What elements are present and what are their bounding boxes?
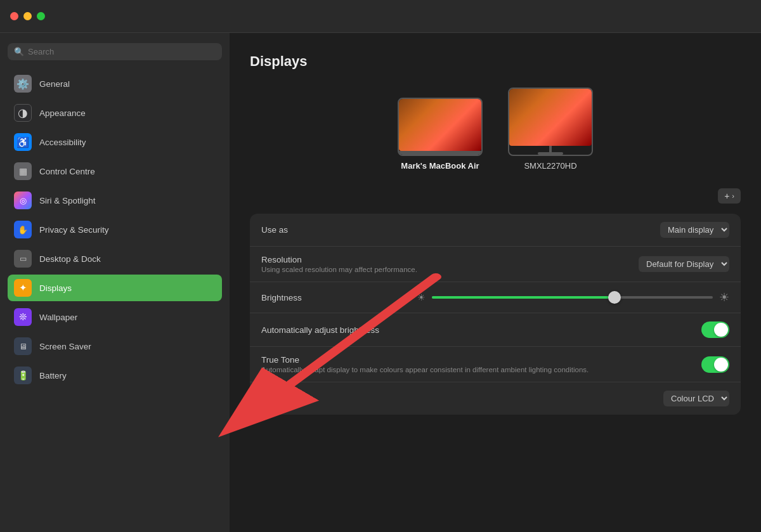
colour-profile-value[interactable]: Colour LCD: [663, 391, 729, 406]
title-bar: [0, 0, 761, 33]
displays-icon: ✦: [14, 279, 32, 297]
external-stand: [549, 146, 552, 152]
general-icon: ⚙️: [14, 75, 32, 93]
true-tone-knob: [714, 358, 728, 372]
settings-row-use-as: Use as Main display: [250, 214, 741, 247]
privacy-icon: ✋: [14, 221, 32, 238]
true-tone-label: True Tone: [261, 355, 701, 365]
sidebar-item-wallpaper[interactable]: ❊ Wallpaper: [8, 304, 222, 330]
true-tone-toggle[interactable]: [701, 356, 729, 373]
sidebar-item-battery[interactable]: 🔋 Battery: [8, 362, 222, 389]
macbook-label: Mark's MacBook Air: [401, 161, 479, 171]
colour-profile-dropdown[interactable]: Colour LCD: [663, 391, 729, 406]
display-macbook[interactable]: Mark's MacBook Air: [398, 98, 483, 171]
sidebar-label-appearance: Appearance: [39, 108, 86, 118]
desktop-dock-icon: ▭: [14, 250, 32, 268]
resolution-dropdown[interactable]: Default for Display: [639, 256, 729, 272]
appearance-icon: ◑: [14, 104, 32, 122]
brightness-label: Brightness: [261, 293, 417, 302]
sidebar-label-wallpaper: Wallpaper: [39, 313, 77, 322]
sidebar-item-accessibility[interactable]: ♿ Accessibility: [8, 129, 222, 155]
resolution-value[interactable]: Default for Display: [639, 256, 729, 272]
accessibility-icon: ♿: [14, 133, 32, 151]
resolution-label: Resolution: [261, 255, 639, 264]
minimize-button[interactable]: [23, 12, 32, 20]
brightness-low-icon: ☀: [417, 292, 426, 302]
sidebar-item-displays[interactable]: ✦ Displays: [8, 275, 222, 301]
settings-section-main: Use as Main display Resolution Using sca…: [250, 214, 741, 415]
settings-row-brightness: Brightness ☀ ☀: [250, 282, 741, 313]
search-bar[interactable]: 🔍: [8, 43, 222, 60]
wallpaper-icon: ❊: [14, 308, 32, 326]
settings-row-colour-profile: Colour Profile Colour LCD: [250, 382, 741, 415]
sidebar-label-siri-spotlight: Siri & Spotlight: [39, 196, 96, 205]
use-as-dropdown[interactable]: Main display: [660, 222, 729, 238]
sidebar-item-privacy-security[interactable]: ✋ Privacy & Security: [8, 216, 222, 243]
displays-thumbnails-row: Mark's MacBook Air SMXL2270HD: [250, 88, 741, 171]
sidebar-label-screen-saver: Screen Saver: [39, 342, 91, 351]
sidebar-item-siri-spotlight[interactable]: ◎ Siri & Spotlight: [8, 187, 222, 214]
sidebar-label-privacy-security: Privacy & Security: [39, 225, 109, 235]
chevron-icon: ›: [732, 192, 734, 200]
display-external[interactable]: SMXL2270HD: [508, 88, 593, 171]
external-thumb: [508, 88, 593, 156]
sidebar: 🔍 ⚙️ General ◑ Appearance ♿ Accessibilit…: [0, 33, 230, 532]
settings-row-true-tone: True Tone Automatically adapt display to…: [250, 347, 741, 382]
macbook-thumb: [398, 98, 483, 156]
add-display-button[interactable]: + ›: [718, 188, 741, 204]
sidebar-label-control-centre: Control Centre: [39, 167, 95, 176]
page-title: Displays: [250, 53, 741, 70]
sidebar-item-general[interactable]: ⚙️ General: [8, 70, 222, 97]
sidebar-label-displays: Displays: [39, 283, 72, 293]
plus-icon: +: [724, 191, 729, 201]
content-area: Displays Mark's MacBook Air SMXL2270HD: [230, 33, 761, 532]
brightness-high-icon: ☀: [719, 290, 729, 304]
brightness-control[interactable]: ☀ ☀: [417, 290, 729, 304]
control-centre-icon: ▦: [14, 162, 32, 180]
sidebar-item-screen-saver[interactable]: 🖥 Screen Saver: [8, 333, 222, 360]
auto-brightness-toggle[interactable]: [701, 321, 729, 338]
auto-brightness-knob: [714, 323, 728, 337]
search-icon: 🔍: [14, 47, 24, 56]
siri-icon: ◎: [14, 191, 32, 209]
sidebar-label-desktop-dock: Desktop & Dock: [39, 254, 101, 264]
sidebar-label-general: General: [39, 79, 70, 89]
macbook-stand: [399, 151, 481, 155]
screen-saver-icon: 🖥: [14, 337, 32, 355]
maximize-button[interactable]: [37, 12, 45, 20]
external-screen: [509, 89, 592, 146]
external-base: [538, 152, 563, 155]
brightness-slider-fill: [432, 296, 615, 299]
add-button-row: + ›: [250, 188, 741, 204]
settings-row-auto-brightness: Automatically adjust brightness: [250, 313, 741, 347]
use-as-value[interactable]: Main display: [660, 222, 729, 238]
close-button[interactable]: [10, 12, 18, 20]
true-tone-sublabel: Automatically adapt display to make colo…: [261, 366, 701, 373]
search-input[interactable]: [28, 47, 216, 56]
macbook-screen: [399, 99, 481, 151]
battery-icon: 🔋: [14, 367, 32, 384]
brightness-slider-thumb[interactable]: [608, 291, 621, 304]
colour-profile-label: Colour Profile: [261, 394, 663, 403]
resolution-sublabel: Using scaled resolution may affect perfo…: [261, 266, 639, 273]
brightness-slider-track[interactable]: [432, 296, 713, 299]
settings-row-resolution: Resolution Using scaled resolution may a…: [250, 247, 741, 282]
sidebar-item-control-centre[interactable]: ▦ Control Centre: [8, 158, 222, 185]
sidebar-item-desktop-dock[interactable]: ▭ Desktop & Dock: [8, 245, 222, 272]
external-label: SMXL2270HD: [524, 161, 576, 171]
use-as-label: Use as: [261, 225, 660, 235]
auto-brightness-label: Automatically adjust brightness: [261, 325, 701, 335]
sidebar-item-appearance[interactable]: ◑ Appearance: [8, 100, 222, 126]
sidebar-label-battery: Battery: [39, 371, 67, 380]
sidebar-label-accessibility: Accessibility: [39, 138, 86, 147]
